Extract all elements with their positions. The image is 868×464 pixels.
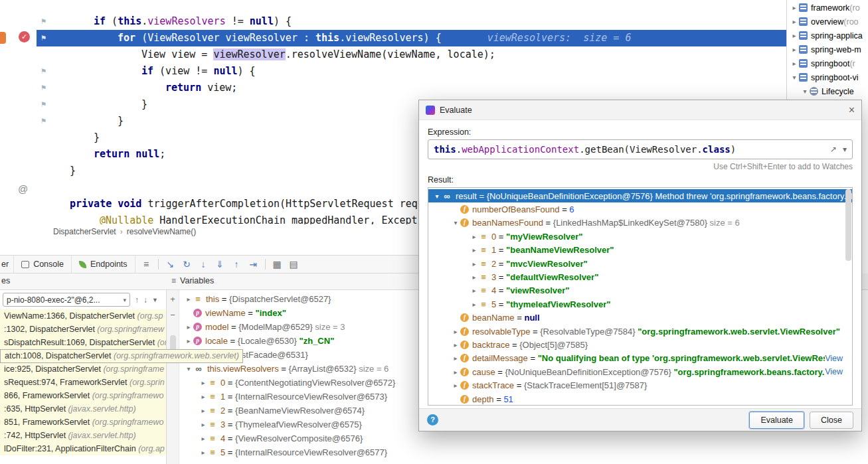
stack-frame-row[interactable]: 866, FrameworkServlet (org.springframewo (0, 389, 166, 402)
stack-frame-row[interactable]: sRequest:974, FrameworkServlet (org.spri… (0, 376, 166, 389)
force-step-into-icon[interactable]: ⇓ (212, 259, 228, 270)
maven-row[interactable]: ▸spring-web-m (787, 42, 868, 56)
result-row[interactable]: ▸fdetailMessage = "No qualifying bean of… (428, 352, 852, 365)
stack-frame-row[interactable]: :742, HttpServlet (javax.servlet.http) (0, 429, 166, 442)
result-row[interactable]: ▸fcause = {NoUniqueBeanDefinitionExcepti… (428, 365, 852, 378)
chevron-right-icon[interactable]: ▸ (184, 337, 193, 345)
view-breakpoints-icon[interactable]: ▦ (269, 259, 286, 270)
chevron-right-icon[interactable]: ▸ (470, 301, 479, 308)
hamburger-menu-icon[interactable]: ≡ (138, 259, 155, 270)
maven-row[interactable]: ▸spring-applica (787, 29, 868, 42)
step-out-icon[interactable]: ↑ (228, 259, 245, 270)
scrollbar-thumb[interactable] (845, 189, 851, 261)
close-button[interactable]: Close (810, 412, 853, 429)
result-row[interactable]: ▸fstackTrace = {StackTraceElement[51]@75… (428, 378, 852, 392)
chevron-right-icon[interactable]: ▸ (790, 32, 799, 39)
variables-header[interactable]: ≡ Variables (171, 276, 214, 285)
view-link[interactable]: View (825, 354, 852, 363)
stack-frame-row[interactable]: :1302, DispatcherServlet (org.springfram… (0, 323, 166, 336)
stack-frame-row[interactable]: sDispatchResult:1069, DispatcherServlet … (0, 336, 166, 349)
dialog-titlebar[interactable]: Evaluate × (419, 100, 861, 120)
stack-frame-row[interactable]: :635, HttpServlet (javax.servlet.http) (0, 402, 166, 416)
chevron-right-icon[interactable]: ▸ (470, 233, 479, 240)
maven-row[interactable]: ▸springboot (r (787, 56, 868, 70)
result-row[interactable]: ▸≡5 = "thymeleafViewResolver" (428, 297, 852, 311)
chevron-right-icon[interactable]: ▸ (451, 354, 460, 362)
chevron-right-icon[interactable]: ▸ (790, 18, 799, 25)
result-row[interactable]: fdepth = 51 (428, 392, 852, 406)
bookmark-flag-icon[interactable]: ⚑ (41, 96, 46, 113)
maven-row[interactable]: ▸framework (ro (787, 1, 868, 15)
chevron-down-icon[interactable]: ▾ (451, 219, 460, 226)
chevron-right-icon[interactable]: ▸ (184, 295, 193, 303)
breadcrumb-method[interactable]: resolveViewName() (127, 227, 196, 236)
chevron-right-icon[interactable]: ▸ (451, 382, 460, 389)
tab-endpoints[interactable]: Endpoints (72, 256, 135, 273)
chevron-right-icon[interactable]: ▸ (470, 287, 479, 294)
bookmark-flag-icon[interactable]: ⚑ (41, 80, 46, 96)
thread-selector[interactable]: p-nio-8080-exec-2"@6,2... ▾ (3, 293, 130, 307)
result-row[interactable]: fnumberOfBeansFound = 6 (428, 202, 852, 216)
view-link[interactable]: View (825, 367, 852, 376)
maven-row[interactable]: ▾springboot-vi (787, 70, 868, 84)
help-icon[interactable]: ? (427, 414, 438, 425)
result-row[interactable]: ▸fbacktrace = {Object[5]@7585} (428, 338, 852, 351)
chevron-right-icon[interactable]: ▸ (470, 273, 479, 281)
frames-header-cropped[interactable]: es (1, 276, 10, 285)
breakpoint-icon[interactable]: ✓ (19, 31, 30, 42)
close-icon[interactable]: × (849, 105, 855, 116)
next-frame-icon[interactable]: ↓ (143, 295, 147, 305)
result-row[interactable]: ▾∞result = {NoUniqueBeanDefinitionExcept… (428, 189, 852, 202)
variable-row[interactable]: ▸≡5 = {InternalResourceViewResolver@6577… (180, 445, 868, 459)
chevron-right-icon[interactable]: ▸ (790, 46, 799, 53)
previous-frame-icon[interactable]: ↑ (135, 295, 139, 305)
result-row[interactable]: fbeanName = null (428, 311, 852, 325)
tab-debugger-cropped[interactable]: er (0, 256, 14, 273)
variable-row[interactable]: ▸≡4 = {ViewResolverComposite@6576} (180, 431, 868, 445)
step-over-icon[interactable]: ↻ (179, 259, 195, 270)
chevron-right-icon[interactable]: ▸ (451, 368, 460, 376)
result-row[interactable]: ▸fresolvableType = {ResolvableType@7584}… (428, 325, 852, 338)
result-row[interactable]: ▾fbeanNamesFound = {LinkedHashMap$Linked… (428, 216, 852, 230)
chevron-right-icon[interactable]: ▸ (199, 379, 208, 386)
maven-row[interactable]: ▾Lifecycle (787, 84, 868, 98)
chevron-down-icon[interactable]: ▾ (790, 74, 799, 81)
step-into-icon[interactable]: ↓ (195, 259, 212, 270)
stack-frame-row[interactable]: lDoFilter:231, ApplicationFilterChain (o… (0, 442, 166, 455)
expand-editor-icon[interactable]: ↗ (830, 145, 837, 154)
bookmark-flag-icon[interactable]: ⚑ (41, 63, 46, 80)
maven-row[interactable]: ▸overview (roo (787, 15, 868, 29)
breadcrumb-class[interactable]: DispatcherServlet (53, 227, 116, 236)
chevron-right-icon[interactable]: ▸ (790, 4, 799, 11)
result-row[interactable]: ▸≡3 = "defaultViewResolver" (428, 270, 852, 283)
stack-frame-row[interactable]: ice:925, DispatcherServlet (org.springfr… (0, 362, 166, 376)
evaluate-button[interactable]: Evaluate (749, 412, 804, 429)
layout-settings-icon[interactable]: ▤ (286, 259, 302, 270)
chevron-right-icon[interactable]: ▸ (199, 407, 208, 414)
chevron-down-icon[interactable]: ▾ (800, 88, 810, 95)
bookmark-flag-icon[interactable]: ⚑ (41, 13, 46, 30)
bookmark-flag-icon[interactable]: ⚑ (41, 113, 46, 129)
chevron-right-icon[interactable]: ▸ (199, 449, 208, 456)
remove-watch-icon[interactable]: − (170, 310, 175, 320)
chevron-right-icon[interactable]: ▸ (470, 246, 479, 254)
chevron-right-icon[interactable]: ▸ (470, 260, 479, 268)
stack-frame-row[interactable]: ViewName:1366, DispatcherServlet (org.sp (0, 309, 166, 323)
chevron-right-icon[interactable]: ▸ (790, 60, 799, 67)
chevron-down-icon[interactable]: ▾ (184, 365, 193, 372)
result-row[interactable]: ▸≡1 = "beanNameViewResolver" (428, 244, 852, 257)
chevron-right-icon[interactable]: ▸ (451, 328, 460, 335)
show-execution-point-icon[interactable]: ↘ (162, 259, 179, 270)
expression-input[interactable]: this.webApplicationContext.getBean(ViewR… (428, 139, 853, 159)
chevron-down-icon[interactable]: ▾ (843, 145, 847, 154)
chevron-right-icon[interactable]: ▸ (451, 341, 460, 348)
run-to-cursor-icon[interactable]: ⇥ (245, 259, 262, 270)
tab-console[interactable]: Console (14, 256, 72, 273)
add-watch-icon[interactable]: + (170, 294, 175, 304)
bookmark-flag-icon[interactable]: ⚑ (41, 30, 46, 46)
chevron-right-icon[interactable]: ▸ (199, 393, 208, 400)
chevron-down-icon[interactable]: ▾ (432, 193, 442, 200)
result-row[interactable]: ▸≡4 = "viewResolver" (428, 284, 852, 297)
result-row[interactable]: ▸≡0 = "myViewResolver" (428, 230, 852, 243)
chevron-right-icon[interactable]: ▸ (199, 435, 208, 442)
